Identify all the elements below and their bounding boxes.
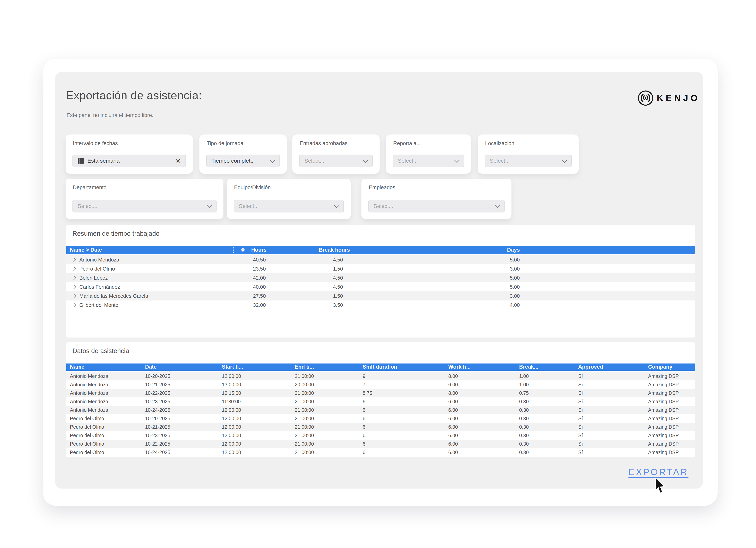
employee-name: Pedro del Olmo — [79, 266, 115, 272]
table-row[interactable]: Pedro del Olmo 23.50 1.50 3.00 — [66, 264, 695, 273]
break-value: 1.00 — [519, 382, 578, 388]
export-button[interactable]: EXPORTAR — [628, 467, 688, 477]
table-row[interactable]: María de las Mercedes García 27.50 1.50 … — [66, 291, 695, 300]
employee-name: Antonio Mendoza — [70, 399, 145, 404]
company-value: Amazing DSP — [648, 373, 695, 379]
column-header-work-hours[interactable]: Work h... — [448, 364, 519, 370]
column-header-start-time[interactable]: Start ti... — [222, 364, 295, 370]
employee-name: Carlos Fernández — [79, 284, 120, 290]
approved-value: Sí — [578, 424, 648, 430]
column-header-break-hours[interactable]: Break hours — [283, 247, 350, 253]
column-header-hours[interactable]: Hours — [208, 247, 267, 253]
table-row[interactable]: Antonio Mendoza 10-24-2025 12:00:00 21:0… — [66, 406, 695, 414]
employee-name: Antonio Mendoza — [79, 257, 119, 263]
break-value: 0.30 — [519, 407, 578, 413]
column-header-company[interactable]: Company — [648, 364, 695, 370]
expand-chevron-icon[interactable] — [72, 267, 76, 271]
column-header-end-time[interactable]: End ti... — [295, 364, 363, 370]
department-select[interactable]: Select... — [72, 200, 217, 212]
table-row[interactable]: Pedro del Olmo 10-24-2025 12:00:00 21:00… — [66, 448, 695, 457]
table-row[interactable]: Pedro del Olmo 10-20-2025 12:00:00 21:00… — [66, 414, 695, 423]
break-value: 0.30 — [519, 441, 578, 447]
filter-label: Localización — [485, 140, 514, 147]
table-row[interactable]: Antonio Mendoza 10-22-2025 12:15:00 21:0… — [66, 389, 695, 397]
table-row[interactable]: Antonio Mendoza 40.50 4.50 5.00 — [66, 255, 695, 264]
filter-card-reports-to: Reporta a... Select... — [386, 134, 471, 174]
summary-table-header[interactable]: Name > Date Hours Break hours Days — [66, 246, 695, 254]
filter-card-team-division: Equipo/División Select... — [227, 179, 351, 219]
employee-name: Antonio Mendoza — [70, 407, 145, 413]
expand-chevron-icon[interactable] — [72, 303, 76, 307]
employee-name: Pedro del Olmo — [70, 416, 145, 421]
start-time-value: 12:00:00 — [222, 433, 295, 438]
date-value: 10-21-2025 — [145, 424, 222, 430]
employee-name: Antonio Mendoza — [70, 390, 145, 396]
filter-label: Tipo de jornada — [207, 140, 244, 147]
work-hours-value: 6.00 — [448, 399, 519, 404]
company-value: Amazing DSP — [648, 450, 695, 455]
filter-label: Equipo/División — [234, 185, 271, 191]
table-row[interactable]: Pedro del Olmo 10-22-2025 12:00:00 21:00… — [66, 440, 695, 448]
kenjo-logo: KENJO — [637, 90, 700, 106]
team-division-select[interactable]: Select... — [234, 200, 344, 212]
select-placeholder: Select... — [490, 158, 563, 164]
filter-label: Departamento — [73, 185, 107, 191]
break-hours-value: 4.50 — [283, 257, 343, 263]
table-row[interactable]: Pedro del Olmo 10-23-2025 12:00:00 21:00… — [66, 431, 695, 440]
column-header-shift-duration[interactable]: Shift duration — [363, 364, 448, 370]
hours-value: 42.00 — [207, 275, 266, 281]
expand-chevron-icon[interactable] — [72, 285, 76, 289]
column-header-break[interactable]: Break... — [519, 364, 578, 370]
attendance-table-header[interactable]: Name Date Start ti... End ti... Shift du… — [66, 363, 695, 371]
employees-select[interactable]: Select... — [368, 200, 505, 212]
table-row[interactable]: Belén López 42.00 4.50 5.00 — [66, 273, 695, 282]
hours-value: 23.50 — [207, 266, 266, 272]
approved-entries-select[interactable]: Select... — [299, 155, 373, 167]
end-time-value: 21:00:00 — [295, 441, 363, 447]
summary-section: Resumen de tiempo trabajado Name > Date … — [66, 225, 695, 338]
select-placeholder: Select... — [304, 158, 364, 164]
end-time-value: 21:00:00 — [295, 424, 363, 430]
column-header-days[interactable]: Days — [460, 247, 520, 253]
approved-value: Sí — [578, 390, 648, 396]
column-header-date[interactable]: Date — [145, 364, 222, 370]
shift-type-select[interactable]: Tiempo completo — [206, 155, 280, 167]
table-row[interactable]: Antonio Mendoza 10-21-2025 13:00:00 20:0… — [66, 380, 695, 389]
start-time-value: 12:00:00 — [222, 424, 295, 430]
break-value: 0.30 — [519, 399, 578, 404]
expand-chevron-icon[interactable] — [72, 294, 76, 298]
work-hours-value: 6.00 — [448, 441, 519, 447]
table-row[interactable]: Gilbert del Monte 32.00 3.50 4.00 — [66, 300, 695, 310]
reports-to-select[interactable]: Select... — [393, 155, 464, 167]
date-range-input[interactable]: Esta semana ✕ — [72, 155, 186, 167]
column-header-name[interactable]: Name — [70, 364, 145, 370]
filter-card-department: Departamento Select... — [66, 179, 223, 219]
filter-card-shift-type: Tipo de jornada Tiempo completo — [199, 134, 287, 174]
expand-chevron-icon[interactable] — [72, 276, 76, 280]
date-value: 10-23-2025 — [145, 433, 222, 438]
work-hours-value: 6.00 — [448, 433, 519, 438]
select-placeholder: Select... — [239, 203, 335, 209]
shift-duration-value: 9 — [363, 373, 448, 379]
employee-name: Belén López — [79, 275, 108, 281]
filter-card-employees: Empleados Select... — [361, 179, 511, 219]
kenjo-logo-icon — [637, 90, 654, 106]
end-time-value: 21:00:00 — [295, 399, 363, 404]
expand-chevron-icon[interactable] — [72, 258, 76, 262]
location-select[interactable]: Select... — [485, 155, 572, 167]
chevron-down-icon — [363, 157, 368, 163]
approved-value: Sí — [578, 416, 648, 421]
approved-value: Sí — [578, 450, 648, 455]
mouse-cursor — [655, 478, 666, 495]
end-time-value: 21:00:00 — [295, 416, 363, 421]
column-header-approved[interactable]: Approved — [578, 364, 648, 370]
work-hours-value: 6.00 — [448, 450, 519, 455]
table-row[interactable]: Antonio Mendoza 10-23-2025 11:30:00 21:0… — [66, 397, 695, 406]
table-row[interactable]: Pedro del Olmo 10-21-2025 12:00:00 21:00… — [66, 423, 695, 431]
column-header-name-date[interactable]: Name > Date — [70, 247, 102, 253]
chevron-down-icon — [495, 203, 500, 208]
break-value: 0.30 — [519, 416, 578, 421]
table-row[interactable]: Antonio Mendoza 10-20-2025 12:00:00 21:0… — [66, 372, 695, 380]
table-row[interactable]: Carlos Fernández 40.00 4.50 5.00 — [66, 282, 695, 291]
clear-icon[interactable]: ✕ — [175, 158, 181, 164]
